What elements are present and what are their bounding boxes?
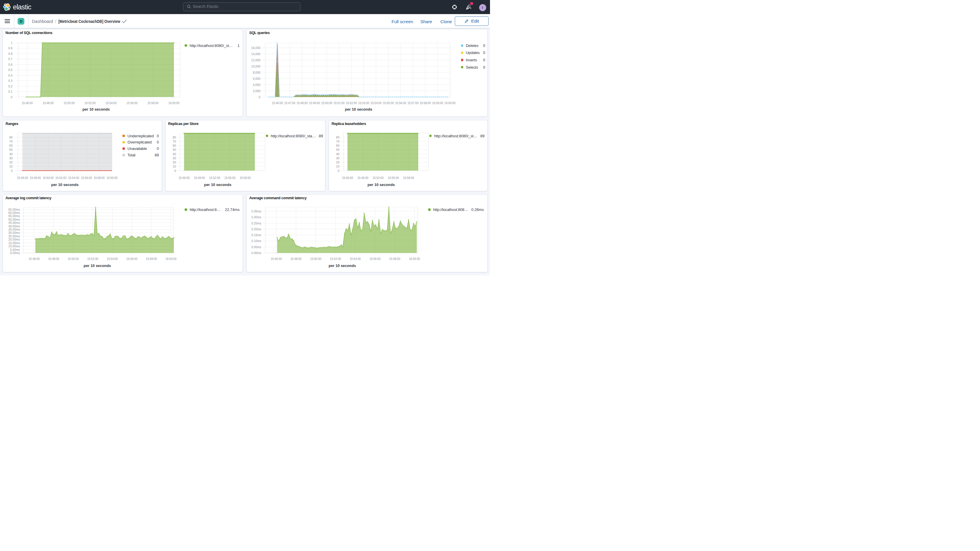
svg-text:80: 80 bbox=[173, 136, 177, 139]
svg-text:15:50:00: 15:50:00 bbox=[310, 257, 321, 261]
svg-text:60: 60 bbox=[336, 144, 340, 147]
svg-text:30: 30 bbox=[173, 157, 177, 160]
svg-text:15:46:00: 15:46:00 bbox=[179, 176, 190, 180]
svg-text:15:49:00: 15:49:00 bbox=[194, 176, 205, 180]
svg-text:0: 0 bbox=[258, 96, 260, 99]
svg-text:30: 30 bbox=[336, 157, 340, 160]
svg-text:60.00ms: 60.00ms bbox=[8, 211, 20, 215]
svg-text:40.00ms: 40.00ms bbox=[8, 225, 20, 228]
svg-text:0.00ms: 0.00ms bbox=[251, 252, 261, 255]
svg-text:10: 10 bbox=[10, 165, 13, 168]
svg-text:40: 40 bbox=[173, 153, 177, 156]
svg-text:0.8: 0.8 bbox=[8, 52, 13, 56]
svg-text:0: 0 bbox=[11, 169, 13, 172]
svg-text:15:52:00: 15:52:00 bbox=[209, 176, 220, 180]
svg-text:15:55:00: 15:55:00 bbox=[383, 102, 394, 105]
svg-text:60: 60 bbox=[173, 144, 177, 147]
svg-text:30: 30 bbox=[10, 157, 13, 160]
svg-text:70: 70 bbox=[10, 140, 13, 143]
svg-text:15:55:00: 15:55:00 bbox=[224, 176, 235, 180]
svg-text:15:54:00: 15:54:00 bbox=[350, 257, 361, 261]
svg-text:15:56:00: 15:56:00 bbox=[126, 257, 137, 261]
svg-text:0.3: 0.3 bbox=[8, 79, 13, 83]
svg-text:15:58:00: 15:58:00 bbox=[403, 176, 414, 180]
svg-text:15:49:00: 15:49:00 bbox=[357, 176, 369, 180]
svg-text:1: 1 bbox=[11, 41, 12, 45]
svg-text:45.00ms: 45.00ms bbox=[8, 221, 20, 225]
svg-text:15:52:00: 15:52:00 bbox=[330, 257, 341, 261]
svg-text:15:48:00: 15:48:00 bbox=[43, 102, 54, 105]
svg-text:0.25ms: 0.25ms bbox=[251, 222, 261, 225]
svg-text:15:50:00: 15:50:00 bbox=[321, 102, 332, 105]
svg-text:16:00:00: 16:00:00 bbox=[165, 257, 177, 261]
svg-text:per 10 seconds: per 10 seconds bbox=[345, 107, 372, 111]
svg-text:0: 0 bbox=[174, 169, 176, 172]
svg-text:15:58:00: 15:58:00 bbox=[146, 257, 157, 261]
svg-text:10,000: 10,000 bbox=[251, 65, 261, 68]
svg-text:15:58:00: 15:58:00 bbox=[420, 102, 431, 105]
svg-text:15:48:00: 15:48:00 bbox=[296, 102, 307, 105]
svg-text:15:46:00: 15:46:00 bbox=[342, 176, 353, 180]
svg-text:0.10ms: 0.10ms bbox=[251, 239, 261, 243]
svg-text:15:59:00: 15:59:00 bbox=[432, 102, 443, 105]
svg-text:15:56:00: 15:56:00 bbox=[395, 102, 406, 105]
svg-text:6,000: 6,000 bbox=[253, 77, 260, 80]
svg-text:0.30ms: 0.30ms bbox=[251, 216, 261, 219]
svg-text:10: 10 bbox=[173, 165, 177, 168]
svg-text:15:50:00: 15:50:00 bbox=[64, 102, 75, 105]
svg-text:0: 0 bbox=[11, 96, 12, 99]
svg-text:30.00ms: 30.00ms bbox=[8, 231, 20, 234]
svg-text:15:49:00: 15:49:00 bbox=[309, 102, 320, 105]
svg-text:15:46:00: 15:46:00 bbox=[22, 102, 33, 105]
svg-text:0.4: 0.4 bbox=[8, 74, 13, 77]
svg-text:15:54:00: 15:54:00 bbox=[105, 102, 116, 105]
svg-text:per 10 seconds: per 10 seconds bbox=[82, 107, 110, 111]
svg-text:16,000: 16,000 bbox=[251, 46, 261, 49]
svg-text:15:47:00: 15:47:00 bbox=[284, 102, 295, 105]
svg-text:2,000: 2,000 bbox=[253, 89, 260, 93]
svg-text:15.00ms: 15.00ms bbox=[8, 242, 20, 245]
svg-text:15:50:00: 15:50:00 bbox=[67, 257, 79, 261]
svg-text:4,000: 4,000 bbox=[253, 83, 260, 86]
svg-text:per 10 seconds: per 10 seconds bbox=[51, 183, 78, 187]
svg-text:35.00ms: 35.00ms bbox=[8, 228, 20, 231]
svg-text:40: 40 bbox=[336, 153, 340, 156]
svg-text:20: 20 bbox=[336, 161, 340, 164]
svg-text:15:51:00: 15:51:00 bbox=[333, 102, 344, 105]
svg-text:15:56:00: 15:56:00 bbox=[126, 102, 138, 105]
svg-text:15:50:00: 15:50:00 bbox=[43, 176, 54, 180]
svg-text:50: 50 bbox=[336, 148, 340, 151]
svg-text:0: 0 bbox=[338, 169, 339, 172]
svg-text:0.20ms: 0.20ms bbox=[251, 228, 261, 231]
svg-text:15:58:00: 15:58:00 bbox=[147, 102, 158, 105]
svg-text:5.00ms: 5.00ms bbox=[10, 248, 20, 252]
svg-text:0.00ms: 0.00ms bbox=[10, 252, 20, 255]
svg-text:16:00:00: 16:00:00 bbox=[409, 257, 420, 261]
svg-text:15:48:00: 15:48:00 bbox=[30, 176, 41, 180]
svg-text:0.1: 0.1 bbox=[8, 90, 13, 93]
svg-text:15:46:00: 15:46:00 bbox=[17, 176, 28, 180]
svg-text:15:48:00: 15:48:00 bbox=[48, 257, 59, 261]
svg-text:15:52:00: 15:52:00 bbox=[56, 176, 67, 180]
svg-text:15:52:00: 15:52:00 bbox=[372, 176, 384, 180]
svg-text:per 10 seconds: per 10 seconds bbox=[328, 263, 356, 268]
svg-text:0.9: 0.9 bbox=[8, 47, 13, 50]
svg-text:0.6: 0.6 bbox=[8, 63, 13, 66]
svg-text:15:46:00: 15:46:00 bbox=[29, 257, 40, 261]
svg-text:50.00ms: 50.00ms bbox=[8, 218, 20, 221]
svg-text:0.2: 0.2 bbox=[8, 85, 13, 88]
svg-text:50: 50 bbox=[10, 148, 13, 151]
svg-text:15:48:00: 15:48:00 bbox=[291, 257, 302, 261]
svg-text:0.05ms: 0.05ms bbox=[251, 245, 261, 249]
svg-text:40: 40 bbox=[10, 153, 13, 156]
svg-text:60: 60 bbox=[10, 144, 13, 147]
svg-text:15:52:00: 15:52:00 bbox=[346, 102, 357, 105]
svg-text:15:53:00: 15:53:00 bbox=[358, 102, 369, 105]
svg-text:0.35ms: 0.35ms bbox=[251, 210, 261, 213]
svg-text:15:46:00: 15:46:00 bbox=[270, 257, 282, 261]
svg-text:80: 80 bbox=[336, 136, 340, 139]
svg-text:15:56:00: 15:56:00 bbox=[81, 176, 92, 180]
svg-text:16:00:00: 16:00:00 bbox=[107, 176, 118, 180]
svg-text:20.00ms: 20.00ms bbox=[8, 238, 20, 241]
svg-text:15:56:00: 15:56:00 bbox=[369, 257, 380, 261]
